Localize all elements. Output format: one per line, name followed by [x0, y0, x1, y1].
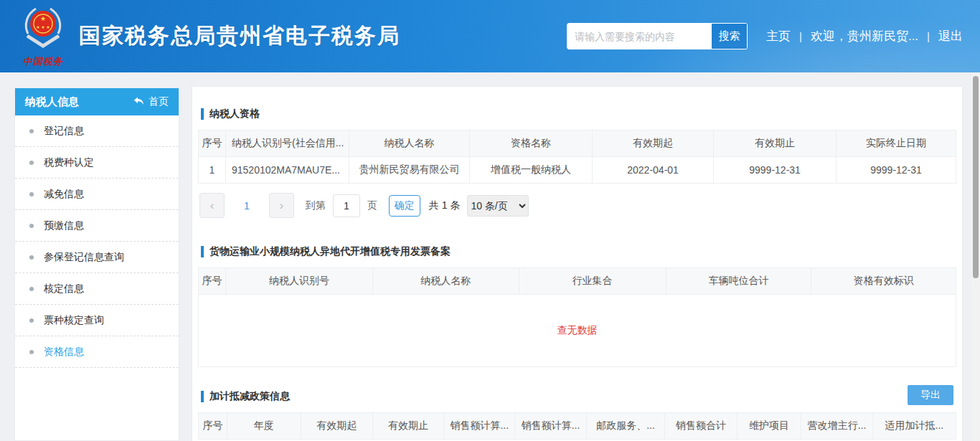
tax-emblem-icon: ★ ★ ★ ★ [21, 5, 65, 54]
sidebar-item-label: 参保登记信息查询 [44, 251, 124, 264]
cell-taxpayer-name: 贵州新民贸易有限公司 [349, 157, 470, 184]
table-header-row: 序号 纳税人识别号 纳税人名称 行业集合 车辆吨位合计 资格有效标识 [199, 268, 956, 295]
header-cell: 有效期止 [372, 413, 443, 440]
sidebar-home-link[interactable]: 首页 [133, 95, 169, 108]
logo-caption: 中国税务 [23, 55, 63, 68]
bullet-icon [29, 255, 34, 260]
confirm-button[interactable]: 确定 [389, 195, 420, 217]
qualification-section-title: 纳税人资格 [209, 108, 260, 120]
goto-page-label: 到第 [306, 199, 326, 212]
nav-separator: | [799, 30, 802, 42]
header-cell: 销售额合计 [665, 413, 737, 440]
sidebar-title: 纳税人信息 [25, 95, 79, 109]
site-search: 搜索 [567, 23, 748, 49]
sidebar-item-invoice-type-query[interactable]: 票种核定查询 [15, 305, 179, 336]
bullet-icon [29, 287, 34, 291]
header-cell: 序号 [199, 131, 226, 157]
scrollbar [971, 74, 980, 441]
header-cell: 纳税人识别号(社会信用... [226, 131, 349, 157]
cell-valid-to: 9999-12-31 [714, 157, 837, 184]
header-cell: 序号 [199, 268, 226, 295]
chevron-right-icon: › [279, 199, 283, 212]
bullet-icon [29, 224, 34, 228]
deduction-section-header: 加计抵减政策信息 导出 [201, 390, 953, 403]
top-nav: 主页 | 欢迎，贵州新民贸... | 退出 [766, 28, 963, 44]
nav-welcome-user[interactable]: 欢迎，贵州新民贸... [811, 28, 918, 44]
header-cell: 车辆吨位合计 [666, 268, 811, 295]
search-input[interactable] [567, 24, 712, 49]
header-cell: 纳税人名称 [372, 268, 519, 295]
sidebar-item-reduction-exemption-info[interactable]: 减免信息 [15, 179, 179, 210]
bullet-icon [29, 350, 34, 354]
total-count-label: 共 1 条 [429, 199, 461, 212]
bullet-icon [29, 161, 34, 165]
deduction-section-title: 加计抵减政策信息 [209, 390, 290, 403]
cell-actual-end-date: 9999-12-31 [837, 157, 956, 184]
current-page-button[interactable]: 1 [244, 200, 250, 212]
bullet-icon [29, 129, 34, 133]
header-cell: 有效期起 [301, 413, 372, 440]
pagination: ‹ 1 › 到第 页 确定 共 1 条 10 条/页 [199, 193, 956, 218]
sidebar-item-label: 预缴信息 [44, 219, 84, 232]
page-number-input[interactable] [333, 194, 360, 217]
deduction-table: 序号 年度 有效期起 有效期止 销售额计算... 销售额计算... 邮政服务、.… [198, 412, 956, 440]
export-button[interactable]: 导出 [908, 385, 953, 405]
prev-page-button[interactable]: ‹ [199, 193, 225, 218]
cell-seq: 1 [199, 157, 226, 184]
cell-taxpayer-id: 91520102MA7MAU7E... [226, 157, 349, 184]
header-cell: 资格有效标识 [811, 268, 956, 295]
sidebar-item-label: 税费种认定 [44, 156, 94, 169]
next-page-button[interactable]: › [269, 193, 294, 218]
sidebar-item-label: 资格信息 [44, 346, 84, 359]
header-cell: 营改增主行... [801, 413, 872, 440]
section-bar-icon [201, 246, 204, 257]
sidebar-item-tax-type-determination[interactable]: 税费种认定 [15, 147, 179, 179]
sidebar-item-label: 登记信息 [44, 125, 84, 138]
sidebar-item-qualification-info[interactable]: 资格信息 [15, 336, 179, 368]
scrollbar-thumb[interactable] [973, 76, 979, 278]
header-cell: 邮政服务、... [586, 413, 665, 440]
freight-section-title: 货物运输业小规模纳税人异地代开增值税专用发票备案 [209, 245, 451, 258]
sidebar-item-registration-info[interactable]: 登记信息 [15, 115, 179, 147]
sidebar: 纳税人信息 首页 登记信息 税费种认定 减免信息 预缴信息 参保登记信息查询 核… [14, 87, 179, 441]
nav-logout-link[interactable]: 退出 [938, 28, 963, 44]
search-button[interactable]: 搜索 [712, 24, 747, 49]
header-cell: 适用加计抵... [872, 413, 956, 440]
svg-text:★ ★ ★: ★ ★ ★ [36, 25, 50, 29]
header-cell: 有效期止 [714, 131, 837, 157]
header-cell: 纳税人名称 [349, 131, 470, 157]
qualification-section-header: 纳税人资格 [201, 108, 953, 120]
bullet-icon [29, 318, 34, 323]
sidebar-item-insurance-registration-query[interactable]: 参保登记信息查询 [15, 242, 179, 273]
sidebar-item-label: 票种核定查询 [44, 314, 104, 327]
table-header-row: 序号 纳税人识别号(社会信用... 纳税人名称 资格名称 有效期起 有效期止 实… [199, 131, 956, 157]
chevron-left-icon: ‹ [210, 199, 215, 212]
bullet-icon [29, 192, 34, 196]
sidebar-home-label: 首页 [149, 95, 169, 108]
cell-valid-from: 2022-04-01 [593, 157, 714, 184]
header-cell: 实际终止日期 [837, 131, 956, 157]
nav-separator: | [927, 30, 930, 42]
sidebar-item-label: 减免信息 [44, 188, 84, 201]
page-unit-label: 页 [367, 199, 377, 212]
header-cell: 资格名称 [470, 131, 593, 157]
sidebar-item-prepayment-info[interactable]: 预缴信息 [15, 210, 179, 242]
qualification-table: 序号 纳税人识别号(社会信用... 纳税人名称 资格名称 有效期起 有效期止 实… [198, 130, 956, 184]
header-cell: 有效期起 [593, 131, 714, 157]
sidebar-item-label: 核定信息 [44, 283, 84, 295]
app-header: ★ ★ ★ ★ 中国税务 国家税务总局贵州省电子税务局 搜索 主页 | 欢迎，贵… [0, 0, 980, 72]
app-title: 国家税务总局贵州省电子税务局 [79, 22, 400, 51]
nav-home-link[interactable]: 主页 [766, 28, 791, 44]
reply-arrow-icon [133, 96, 144, 108]
svg-text:★: ★ [40, 15, 46, 22]
header-cell: 纳税人识别号 [226, 268, 373, 295]
sidebar-item-verification-info[interactable]: 核定信息 [15, 273, 179, 305]
sidebar-header: 纳税人信息 首页 [15, 88, 179, 115]
freight-empty-state: 查无数据 [198, 295, 956, 367]
header-cell: 维护项目 [737, 413, 801, 440]
header-cell: 销售额计算... [515, 413, 586, 440]
freight-table: 序号 纳税人识别号 纳税人名称 行业集合 车辆吨位合计 资格有效标识 [198, 267, 956, 295]
page-size-select[interactable]: 10 条/页 [467, 195, 529, 217]
header-cell: 年度 [227, 413, 301, 440]
logo: ★ ★ ★ ★ 中国税务 [17, 5, 69, 68]
